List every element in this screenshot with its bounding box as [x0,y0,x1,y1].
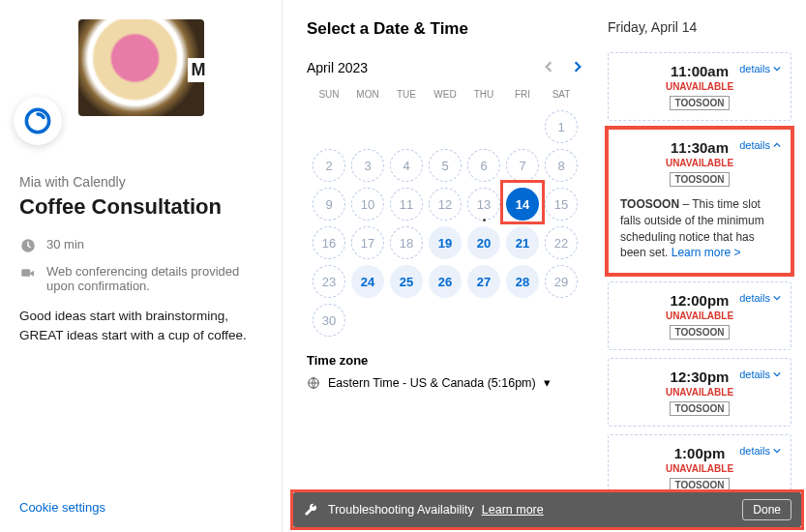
slot-details-toggle[interactable]: details [739,445,781,457]
slot-details-toggle[interactable]: details [739,139,781,151]
calendar-day[interactable]: 21 [506,226,539,259]
calendar-day[interactable]: 8 [545,149,578,182]
globe-icon [307,376,320,390]
done-button[interactable]: Done [742,499,791,520]
calendar-day[interactable]: 1 [545,110,578,143]
location: Web conferencing details provided upon c… [46,264,262,293]
troubleshoot-bar: Troubleshooting Availability Learn more … [293,492,801,527]
calendar-day[interactable]: 25 [390,265,423,298]
time-slot[interactable]: details11:00amUNAVAILABLETOOSOON [608,52,791,121]
page-title: Select a Date & Time [307,19,583,39]
calendar-day[interactable]: 4 [390,149,423,182]
calendar-day[interactable]: 18 [390,226,423,259]
slot-status: UNAVAILABLE [620,387,779,398]
calendar-day[interactable]: 3 [351,149,384,182]
calendar-dow: TUE [390,89,423,105]
chevron-right-icon [572,61,583,73]
slot-status: UNAVAILABLE [620,81,779,92]
slot-explanation: TOOSOON – This time slot falls outside o… [620,196,779,261]
time-slot[interactable]: details12:00pmUNAVAILABLETOOSOON [608,281,791,350]
slot-details-toggle[interactable]: details [739,63,781,74]
time-slot[interactable]: details11:30amUNAVAILABLETOOSOONTOOSOON … [608,129,791,274]
calendar-dow: SAT [545,89,578,105]
clock-icon [19,237,37,254]
calendar-day[interactable]: 11 [390,188,423,221]
slot-status: UNAVAILABLE [620,463,779,474]
caret-down-icon: ▾ [544,375,551,390]
calendar-day[interactable]: 15 [545,188,578,221]
slot-tag: TOOSOON [670,172,731,187]
event-image [78,19,204,116]
calendar-day[interactable]: 20 [467,226,500,259]
timezone-value: Eastern Time - US & Canada (5:16pm) [328,376,536,390]
video-icon [19,264,37,281]
calendar-day[interactable]: 29 [545,265,578,298]
selected-date: Friday, April 14 [608,19,791,35]
calendar-day[interactable]: 16 [313,226,345,259]
host-name: Mia with Calendly [19,174,262,190]
calendar-day[interactable]: 10 [351,188,384,221]
troubleshoot-text: Troubleshooting Availability [328,503,474,517]
slot-tag: TOOSOON [670,478,731,492]
calendar-dow: MON [351,89,384,105]
timezone-select[interactable]: Eastern Time - US & Canada (5:16pm) ▾ [307,375,583,390]
slot-details-toggle[interactable]: details [739,369,781,380]
highlight-box [500,180,545,224]
calendar-day[interactable]: 27 [467,265,500,298]
event-description: Good ideas start with brainstorming, GRE… [19,307,262,346]
event-title: Coffee Consultation [19,194,262,220]
learn-more-link[interactable]: Learn more > [672,246,741,259]
slot-details-toggle[interactable]: details [739,292,781,304]
chevron-down-icon [773,294,781,302]
calendar-day[interactable]: 5 [429,149,462,182]
calendar-day[interactable]: 12 [429,188,462,221]
calendar-day[interactable]: 17 [351,226,384,259]
calendar-day[interactable]: 24 [351,265,384,298]
calendar-grid: SUNMONTUEWEDTHUFRISAT 123456789101112131… [307,85,583,341]
chevron-left-icon [543,61,554,73]
calendar-dow: WED [429,89,462,105]
next-month-button[interactable] [572,60,583,75]
calendar-day[interactable]: 22 [545,226,578,259]
troubleshoot-learn-more[interactable]: Learn more [482,503,544,517]
calendar-day[interactable]: 13 [467,188,500,221]
time-slot[interactable]: details12:30pmUNAVAILABLETOOSOON [608,358,791,427]
calendar-day[interactable]: 23 [313,265,345,298]
calendly-icon [24,107,51,134]
chevron-down-icon [773,447,781,455]
calendar-day[interactable]: 2 [313,149,345,182]
svg-rect-2 [21,269,30,277]
slot-tag: TOOSOON [670,96,731,110]
calendar-day[interactable]: 28 [506,265,539,298]
chevron-down-icon [773,370,781,378]
timezone-label: Time zone [307,353,583,368]
calendar-dow: THU [467,89,500,105]
wrench-icon [303,502,318,517]
event-sidebar: Mia with Calendly Coffee Consultation 30… [0,0,283,532]
calendar-day[interactable]: 7 [506,149,539,182]
calendar-month: April 2023 [307,60,368,75]
slot-status: UNAVAILABLE [620,158,779,168]
slot-tag: TOOSOON [670,325,731,340]
duration: 30 min [46,237,84,251]
prev-month-button[interactable] [543,60,554,75]
calendar-dow: SUN [313,89,345,105]
calendar-dow: FRI [506,89,539,105]
chevron-down-icon [773,65,781,73]
calendar-day[interactable]: 26 [429,265,462,298]
cookie-settings-link[interactable]: Cookie settings [19,500,105,515]
calendar-day[interactable]: 9 [313,188,345,221]
calendar-day[interactable]: 6 [467,149,500,182]
chevron-up-icon [773,141,781,149]
slot-tag: TOOSOON [670,401,731,416]
slot-status: UNAVAILABLE [620,310,779,321]
calendar-day[interactable]: 19 [429,226,462,259]
calendar-day[interactable]: 30 [313,304,345,337]
calendly-logo [14,97,62,145]
